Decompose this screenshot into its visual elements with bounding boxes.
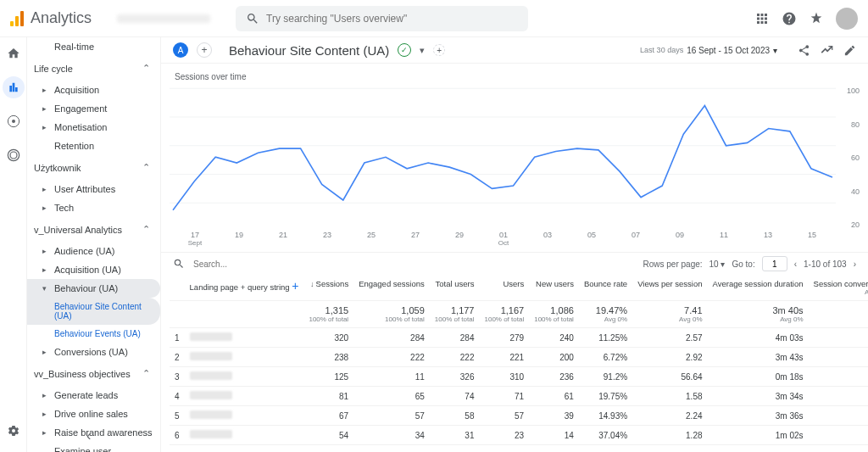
- dropdown-caret-icon[interactable]: ▾: [420, 45, 425, 56]
- add-filter-button[interactable]: +: [433, 44, 445, 56]
- sidebar-group-lifecycle[interactable]: Life cycle⌃: [27, 56, 160, 81]
- ga-logo-icon: [10, 11, 25, 26]
- collapse-sidebar-button[interactable]: ‹: [86, 428, 91, 444]
- table-controls: Rows per page: 10 ▾ Go to: ‹ 1-10 of 103…: [161, 252, 868, 275]
- chevron-up-icon: ⌃: [142, 368, 150, 379]
- sidebar-item-brand-awareness[interactable]: ▸Raise brand awareness: [27, 423, 160, 442]
- chevron-down-icon: ▾: [773, 46, 777, 55]
- table-row[interactable]: 4816574716119.75%1.583m 34s0%: [170, 387, 868, 406]
- line-chart[interactable]: [170, 85, 836, 246]
- feedback-icon[interactable]: [809, 11, 824, 26]
- report-title: Behaviour Site Content (UA): [229, 43, 389, 58]
- property-selector[interactable]: [117, 14, 210, 23]
- table-row[interactable]: 5675758573914.93%2.243m 36s2.99%: [170, 406, 868, 426]
- dimension-header[interactable]: Landing page + query string +: [185, 275, 304, 301]
- sidebar-group-user[interactable]: Użytkownik⌃: [27, 155, 160, 180]
- chevron-up-icon: ⌃: [142, 224, 150, 235]
- table-row[interactable]: 31251132631023691.2%56.640m 18s0.8%: [170, 367, 868, 387]
- left-rail: [0, 37, 27, 452]
- date-range-picker[interactable]: Last 30 days 16 Sept - 15 Oct 2023 ▾: [640, 46, 777, 55]
- add-dimension-button[interactable]: +: [292, 279, 298, 293]
- sidebar-item-audience-ua[interactable]: ▸Audience (UA): [27, 242, 160, 260]
- chart-title: Sessions over time: [170, 69, 860, 85]
- col-conversion[interactable]: Session conversion rateAll events ▾: [809, 275, 868, 301]
- comparison-chip[interactable]: A: [173, 42, 188, 58]
- col-sessions[interactable]: ↓Sessions: [303, 275, 353, 301]
- goto-input[interactable]: [762, 256, 787, 271]
- col-engaged[interactable]: Engaged sessions: [353, 275, 430, 301]
- sidebar-item-drive-sales[interactable]: ▸Drive online sales: [27, 405, 160, 423]
- account-avatar[interactable]: [836, 8, 858, 30]
- table-search-input[interactable]: [193, 259, 635, 269]
- rail-reports[interactable]: [3, 76, 25, 98]
- help-icon[interactable]: [782, 11, 797, 26]
- sidebar-item-acquisition-ua[interactable]: ▸Acquisition (UA): [27, 260, 160, 279]
- sidebar-group-ua[interactable]: v_Universal Analytics⌃: [27, 217, 160, 242]
- sidebar-item-retention[interactable]: Retention: [27, 137, 160, 155]
- rows-per-page-value[interactable]: 10 ▾: [709, 259, 726, 269]
- table-row[interactable]: 6543431231437.04%1.281m 02s0%: [170, 426, 868, 445]
- goto-label: Go to:: [732, 259, 754, 269]
- sidebar-sub-events[interactable]: Behaviour Events (UA): [27, 325, 160, 343]
- col-bounce[interactable]: Bounce rate: [579, 275, 632, 301]
- chevron-up-icon: ⌃: [142, 162, 150, 173]
- sidebar-item-tech[interactable]: ▸Tech: [27, 198, 160, 217]
- sidebar-item-behaviour-ua[interactable]: ▾Behaviour (UA): [27, 279, 160, 298]
- brand-text: Analytics: [31, 9, 92, 27]
- search-icon: [173, 258, 185, 270]
- sort-desc-icon: ↓: [310, 280, 314, 288]
- reports-sidebar: Real-time Life cycle⌃ ▸Acquisition ▸Enga…: [27, 37, 161, 452]
- y-axis: 10080604020: [836, 85, 860, 246]
- chevron-down-icon: ▾: [721, 259, 725, 269]
- search-icon: [246, 12, 259, 25]
- sidebar-item-examine-behaviour[interactable]: ▸Examine user behaviour: [27, 442, 160, 452]
- report-table: Landing page + query string + ↓Sessions …: [170, 275, 868, 445]
- rail-home[interactable]: [3, 42, 25, 64]
- col-new-users[interactable]: New users: [529, 275, 579, 301]
- svg-point-0: [12, 120, 15, 123]
- table-row[interactable]: 22382222222212006.72%2.923m 43s0.84%: [170, 348, 868, 367]
- sidebar-sub-site-content[interactable]: Behaviour Site Content (UA): [27, 298, 160, 325]
- verified-icon[interactable]: [398, 43, 411, 57]
- col-users[interactable]: Users: [479, 275, 529, 301]
- rail-advertising[interactable]: [3, 144, 25, 166]
- sidebar-group-business[interactable]: vv_Business objectives⌃: [27, 361, 160, 386]
- search-box[interactable]: [236, 6, 528, 31]
- ga-logo[interactable]: Analytics: [10, 9, 92, 27]
- search-input[interactable]: [266, 13, 518, 25]
- sidebar-realtime[interactable]: Real-time: [27, 37, 160, 56]
- rail-explore[interactable]: [3, 110, 25, 132]
- sidebar-item-acquisition[interactable]: ▸Acquisition: [27, 81, 160, 99]
- x-axis: 17Sept19212325272901Oct03050709111315: [170, 231, 860, 247]
- next-page-button[interactable]: ›: [854, 259, 856, 269]
- sidebar-item-conversions-ua[interactable]: ▸Conversions (UA): [27, 343, 160, 361]
- page-indicator: 1-10 of 103: [804, 259, 847, 269]
- sidebar-item-user-attributes[interactable]: ▸User Attributes: [27, 180, 160, 198]
- rail-admin[interactable]: [3, 420, 25, 442]
- table-row[interactable]: 132028428427924011.25%2.574m 03s2.81%: [170, 328, 868, 348]
- insights-icon[interactable]: [821, 44, 833, 57]
- prev-page-button[interactable]: ‹: [794, 259, 797, 269]
- sidebar-item-monetisation[interactable]: ▸Monetisation: [27, 118, 160, 137]
- sidebar-item-engagement[interactable]: ▸Engagement: [27, 99, 160, 118]
- chevron-up-icon: ⌃: [142, 63, 150, 74]
- edit-icon[interactable]: [843, 44, 856, 57]
- rows-per-page-label: Rows per page:: [643, 259, 703, 269]
- add-comparison-button[interactable]: +: [197, 42, 212, 58]
- conversion-filter[interactable]: All events ▾: [814, 288, 868, 296]
- report-header: A + Behaviour Site Content (UA) ▾ + Last…: [161, 37, 868, 64]
- sidebar-item-generate-leads[interactable]: ▸Generate leads: [27, 386, 160, 405]
- col-total-users[interactable]: Total users: [430, 275, 480, 301]
- apps-icon[interactable]: [754, 11, 770, 26]
- col-views[interactable]: Views per session: [632, 275, 707, 301]
- col-duration[interactable]: Average session duration: [708, 275, 809, 301]
- share-icon[interactable]: [798, 44, 810, 57]
